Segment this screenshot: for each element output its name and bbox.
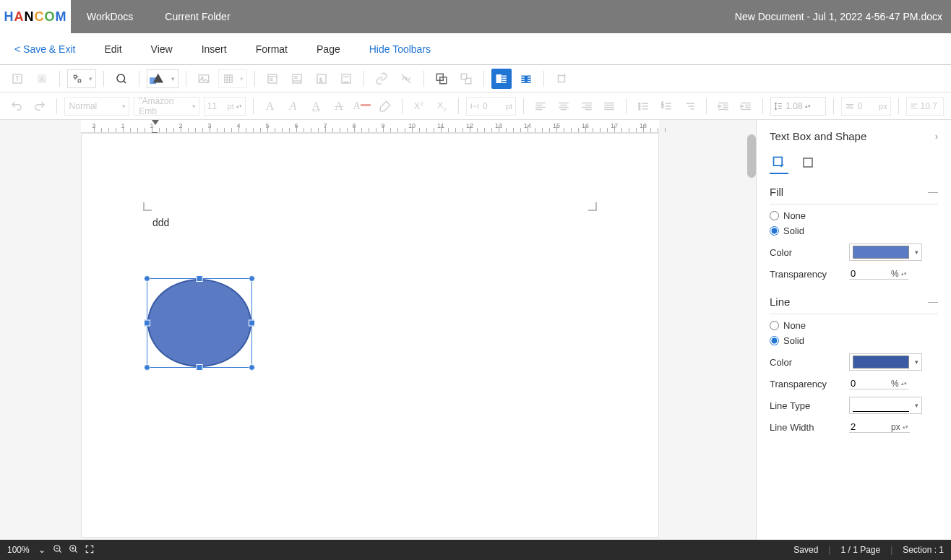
letter-spacing-input[interactable]: 0pt (466, 97, 516, 116)
bullet-list-icon[interactable] (634, 96, 653, 116)
line-transparency-input[interactable]: %▴▾ (849, 378, 908, 389)
ungroup-icon[interactable] (456, 69, 476, 89)
align-center-icon[interactable] (554, 96, 573, 116)
nav-current-folder[interactable]: Current Folder (149, 11, 246, 22)
titlebar: HANCOM WorkDocs Current Folder New Docum… (0, 0, 951, 33)
line-type-picker[interactable] (849, 397, 922, 414)
highlight-icon[interactable] (376, 96, 395, 116)
unlink-icon[interactable] (396, 69, 416, 89)
link-icon[interactable] (371, 69, 392, 89)
bold-icon[interactable]: A (261, 96, 280, 116)
resize-handle-mr[interactable] (249, 320, 255, 327)
resize-handle-tl[interactable] (144, 275, 150, 282)
align-left-icon[interactable] (531, 96, 550, 116)
font-family-dropdown[interactable]: "Amazon Emb (134, 97, 199, 116)
line-none-radio[interactable]: None (770, 320, 938, 331)
wrap-inline-icon[interactable] (491, 69, 512, 89)
menu-page[interactable]: Page (302, 43, 355, 55)
fullscreen-icon[interactable] (82, 544, 98, 556)
resize-handle-ml[interactable] (144, 320, 150, 327)
selected-ellipse-shape[interactable] (147, 278, 252, 368)
font-size-input[interactable]: 11pt▴▾ (204, 97, 246, 116)
menu-view[interactable]: View (137, 43, 187, 55)
underline-icon[interactable]: A (306, 96, 325, 116)
image-icon[interactable] (194, 69, 214, 89)
chevron-right-icon[interactable]: › (935, 132, 938, 142)
svg-rect-29 (804, 158, 812, 167)
line-width-input[interactable]: px▴▾ (849, 421, 910, 433)
paragraph-style-dropdown[interactable]: Normal (64, 97, 130, 116)
search-icon[interactable] (111, 69, 132, 89)
line-solid-radio[interactable]: Solid (770, 335, 938, 346)
svg-point-25 (639, 108, 640, 109)
italic-icon[interactable]: A (283, 96, 302, 116)
align-justify-icon[interactable] (601, 96, 619, 116)
svg-rect-28 (774, 158, 783, 166)
header-icon[interactable] (262, 69, 283, 89)
vertical-scrollbar[interactable] (747, 134, 756, 178)
footnote-icon[interactable] (336, 69, 356, 89)
zoom-level[interactable]: 100% (7, 545, 30, 555)
fill-color-picker[interactable] (849, 244, 922, 261)
horizontal-ruler[interactable]: 21123456789101112131415161718 (81, 120, 659, 133)
multilevel-list-icon[interactable] (680, 96, 699, 116)
font-color-icon[interactable]: A (353, 96, 371, 116)
group-icon[interactable] (431, 69, 452, 89)
superscript-icon[interactable]: X2 (410, 96, 429, 116)
toolbar-text: Normal "Amazon Emb 11pt▴▾ A A A A A X2 X… (0, 92, 951, 120)
resize-handle-tr[interactable] (249, 275, 255, 282)
nav-workdocs[interactable]: WorkDocs (71, 11, 149, 22)
svg-point-5 (117, 74, 125, 82)
svg-rect-21 (525, 77, 528, 81)
table-dropdown[interactable] (218, 69, 247, 88)
tab-size[interactable] (799, 155, 817, 174)
menu-hide-toolbars[interactable]: Hide Toolbars (355, 43, 445, 55)
numbered-list-icon[interactable]: 12 (657, 96, 676, 116)
redo-icon[interactable] (30, 96, 49, 116)
document-text[interactable]: ddd (152, 217, 169, 228)
zoom-out-icon[interactable] (50, 544, 66, 556)
shape-dropdown[interactable] (147, 69, 178, 88)
menu-insert[interactable]: Insert (187, 43, 241, 55)
save-exit-button[interactable]: < Save & Exit (0, 43, 90, 55)
line-height-input[interactable]: 1.08▴▾ (770, 97, 825, 116)
ellipse-shape[interactable] (147, 279, 251, 367)
fill-section-header[interactable]: Fill— (770, 186, 938, 204)
footer-icon[interactable] (287, 69, 307, 89)
fill-none-radio[interactable]: None (770, 210, 938, 221)
wrap-front-icon[interactable] (516, 69, 536, 89)
resize-handle-bl[interactable] (144, 364, 150, 371)
align-right-icon[interactable] (577, 96, 596, 116)
line-color-label: Color (770, 357, 849, 368)
minus-icon[interactable]: — (928, 186, 938, 198)
strikethrough-icon[interactable]: A (330, 96, 348, 116)
menu-edit[interactable]: Edit (90, 43, 136, 55)
rotate-icon[interactable] (551, 69, 572, 89)
undo-icon[interactable] (7, 96, 26, 116)
menubar: < Save & Exit Edit View Insert Format Pa… (0, 33, 951, 65)
anchor-dropdown[interactable] (67, 69, 96, 88)
minus-icon[interactable]: — (928, 296, 938, 308)
tab-fill-line[interactable] (770, 155, 788, 174)
indent-icon[interactable] (737, 96, 756, 116)
canvas-area[interactable]: 21123456789101112131415161718 ddd (0, 120, 756, 540)
status-page: 1 / 1 Page (840, 545, 880, 555)
textbox-a-icon[interactable] (7, 69, 27, 89)
right-indent-input[interactable]: 10.7 (906, 97, 944, 116)
document-page[interactable]: ddd (81, 133, 659, 538)
fill-transparency-input[interactable]: %▴▾ (849, 268, 908, 280)
resize-handle-br[interactable] (249, 364, 255, 371)
fill-solid-radio[interactable]: Solid (770, 225, 938, 236)
line-section-header[interactable]: Line— (770, 296, 938, 314)
indent-value-input[interactable]: 0px (841, 97, 891, 116)
resize-handle-bm[interactable] (197, 364, 203, 371)
page-number-icon[interactable]: 1 (311, 69, 332, 89)
outdent-icon[interactable] (714, 96, 733, 116)
resize-handle-tm[interactable] (197, 275, 203, 282)
menu-format[interactable]: Format (241, 43, 302, 55)
zoom-dropdown-icon[interactable]: ⌄ (34, 545, 50, 555)
textbox-fill-icon[interactable]: A (32, 69, 52, 89)
line-color-picker[interactable] (849, 353, 922, 371)
subscript-icon[interactable]: X2 (432, 96, 451, 116)
zoom-in-icon[interactable] (66, 544, 82, 556)
